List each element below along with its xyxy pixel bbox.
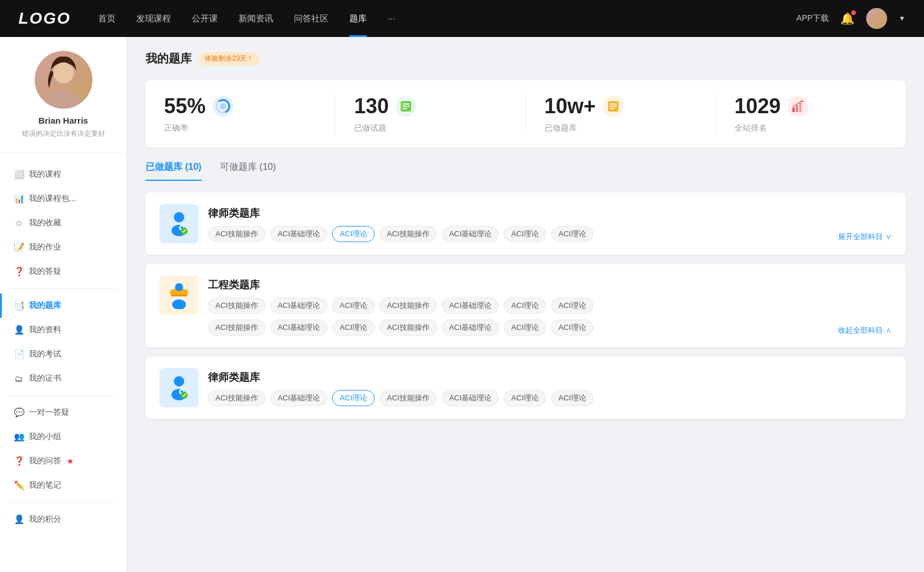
svg-point-27 [174, 376, 184, 387]
sidebar-item-qa[interactable]: ❓ 我的答疑 [0, 259, 126, 284]
eng-tag-3[interactable]: ACI理论 [332, 298, 375, 314]
sidebar-avatar [35, 51, 92, 109]
lawyer2-tag-7[interactable]: ACI理论 [551, 390, 594, 406]
eng-tag-13[interactable]: ACI理论 [504, 320, 546, 336]
qbank-engineer-name: 工程类题库 [208, 278, 892, 292]
nav-open-course[interactable]: 公开课 [192, 13, 218, 24]
collapse-link-engineer[interactable]: 收起全部科目 ∧ [838, 325, 892, 336]
svg-rect-8 [403, 106, 409, 107]
eng-tag-2[interactable]: ACI基础理论 [270, 298, 328, 314]
tab-done-banks[interactable]: 已做题库 (10) [146, 161, 202, 180]
sidebar-item-label: 我的题库 [29, 300, 61, 311]
notes-icon: ✏️ [14, 480, 23, 491]
svg-point-2 [53, 62, 74, 83]
lawyer2-tag-4[interactable]: ACI技能操作 [379, 390, 437, 406]
svg-rect-14 [792, 107, 795, 112]
favorites-icon: ☆ [14, 218, 23, 228]
sidebar-item-my-course[interactable]: ⬜ 我的课程 [0, 162, 126, 187]
done-questions-icon [396, 96, 416, 117]
sidebar-item-homework[interactable]: 📝 我的作业 [0, 235, 126, 259]
qbank-engineer-icon [159, 276, 199, 315]
eng-tag-5[interactable]: ACI基础理论 [442, 298, 500, 314]
eng-tag-1[interactable]: ACI技能操作 [208, 298, 266, 314]
nav-home[interactable]: 首页 [98, 13, 116, 24]
sidebar-item-certificate[interactable]: 🗂 我的证书 [0, 366, 126, 391]
tag-aci-theory-active-1[interactable]: ACI理论 [332, 226, 375, 242]
course-package-icon: 📊 [14, 194, 23, 204]
sidebar-item-course-package[interactable]: 📊 我的课程包... [0, 187, 126, 211]
lawyer2-tag-6[interactable]: ACI理论 [504, 390, 546, 406]
qbank-lawyer-icon-1 [159, 204, 199, 243]
sidebar-item-favorites[interactable]: ☆ 我的收藏 [0, 211, 126, 235]
svg-point-18 [174, 212, 184, 222]
logo[interactable]: LOGO [18, 9, 70, 28]
page-title: 我的题库 [146, 51, 192, 66]
tab-bar: 已做题库 (10) 可做题库 (10) [146, 161, 906, 181]
tag-aci-skill-1[interactable]: ACI技能操作 [208, 226, 266, 242]
qbank-lawyer-content-1: 律师类题库 ACI技能操作 ACI基础理论 ACI理论 ACI技能操作 ACI基… [208, 204, 892, 242]
tab-available-banks[interactable]: 可做题库 (10) [220, 161, 276, 180]
sidebar-item-label: 我的证书 [29, 373, 61, 384]
svg-point-26 [172, 299, 186, 309]
eng-tag-11[interactable]: ACI技能操作 [379, 320, 437, 336]
one-on-one-icon: 💬 [14, 407, 23, 418]
sidebar-item-points[interactable]: 👤 我的积分 [0, 507, 126, 532]
svg-marker-17 [800, 100, 804, 102]
svg-rect-15 [796, 105, 798, 112]
svg-point-5 [220, 103, 226, 109]
qbank-card-lawyer-2: 律师类题库 ACI技能操作 ACI基础理论 ACI理论 ACI技能操作 ACI基… [146, 356, 906, 419]
lawyer2-tag-5[interactable]: ACI基础理论 [442, 390, 500, 406]
tag-aci-basic-1[interactable]: ACI基础理论 [270, 226, 328, 242]
notification-bell[interactable]: 🔔 [840, 12, 855, 25]
svg-rect-24 [171, 295, 187, 296]
tag-aci-basic-2[interactable]: ACI基础理论 [442, 226, 500, 242]
qbank-engineer-tags-row-2: ACI技能操作 ACI基础理论 ACI理论 ACI技能操作 ACI基础理论 AC… [208, 320, 892, 336]
sidebar-item-group[interactable]: 👥 我的小组 [0, 425, 126, 449]
lawyer2-tag-2[interactable]: ACI基础理论 [270, 390, 328, 406]
lawyer2-tag-1[interactable]: ACI技能操作 [208, 390, 266, 406]
sidebar-item-exam[interactable]: 📄 我的考试 [0, 342, 126, 366]
nav-qbank[interactable]: 题库 [349, 13, 367, 24]
sidebar-item-questions[interactable]: ❓ 我的问答 [0, 449, 126, 473]
svg-rect-12 [610, 106, 617, 107]
eng-tag-10[interactable]: ACI理论 [332, 320, 375, 336]
eng-tag-9[interactable]: ACI基础理论 [270, 320, 328, 336]
qbank-icon: 📑 [14, 300, 23, 311]
stats-row: 55% 正确率 130 [146, 80, 906, 147]
eng-tag-6[interactable]: ACI理论 [504, 298, 546, 314]
sidebar-item-qbank[interactable]: 📑 我的题库 [0, 294, 126, 318]
tag-aci-skill-2[interactable]: ACI技能操作 [379, 226, 437, 242]
homework-icon: 📝 [14, 242, 23, 252]
sidebar-item-label: 我的笔记 [29, 480, 61, 491]
user-avatar[interactable] [866, 8, 887, 29]
sidebar-item-one-on-one[interactable]: 💬 一对一答疑 [0, 400, 126, 425]
eng-tag-4[interactable]: ACI技能操作 [379, 298, 437, 314]
my-course-icon: ⬜ [14, 169, 23, 180]
sidebar-item-notes[interactable]: ✏️ 我的笔记 [0, 473, 126, 497]
user-menu-chevron[interactable]: ▼ [899, 14, 906, 23]
eng-tag-7[interactable]: ACI理论 [551, 298, 594, 314]
materials-icon: 👤 [14, 325, 23, 335]
lawyer2-tag-3-active[interactable]: ACI理论 [332, 390, 375, 406]
nav-discover[interactable]: 发现课程 [136, 13, 171, 24]
top-navigation: LOGO 首页 发现课程 公开课 新闻资讯 问答社区 题库 ··· APP下载 … [0, 0, 924, 37]
eng-tag-12[interactable]: ACI基础理论 [442, 320, 500, 336]
tag-aci-theory-3[interactable]: ACI理论 [551, 226, 594, 242]
qbank-card-engineer: 工程类题库 ACI技能操作 ACI基础理论 ACI理论 ACI技能操作 ACI基… [146, 264, 906, 347]
sidebar-item-label: 我的答疑 [29, 266, 61, 277]
stat-accuracy-value: 55% [164, 94, 206, 118]
app-download-button[interactable]: APP下载 [796, 13, 829, 24]
eng-tag-8[interactable]: ACI技能操作 [208, 320, 266, 336]
eng-tag-14[interactable]: ACI理论 [551, 320, 594, 336]
sidebar-item-materials[interactable]: 👤 我的资料 [0, 318, 126, 342]
svg-rect-7 [403, 103, 409, 105]
nav-qa[interactable]: 问答社区 [294, 13, 329, 24]
nav-news[interactable]: 新闻资讯 [239, 13, 273, 24]
questions-icon: ❓ [14, 456, 23, 466]
nav-more[interactable]: ··· [388, 13, 395, 24]
svg-rect-13 [610, 108, 614, 109]
stat-done-questions: 130 已做试题 [336, 94, 526, 133]
tag-aci-theory-2[interactable]: ACI理论 [504, 226, 546, 242]
expand-link-1[interactable]: 展开全部科目 ∨ [838, 232, 892, 242]
sidebar-divider-1 [9, 288, 117, 289]
